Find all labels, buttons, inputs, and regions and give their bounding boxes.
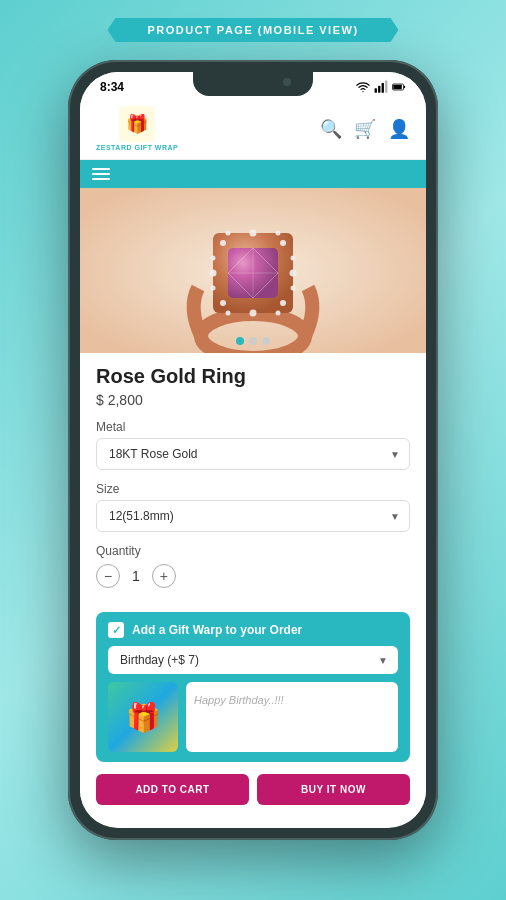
size-select[interactable]: 12(51.8mm) 13(53.0mm) 14(54.4mm)	[96, 500, 410, 532]
gift-wrap-checkbox[interactable]: ✓	[108, 622, 124, 638]
gift-message-placeholder: Happy Birthday..!!!	[194, 694, 284, 706]
app-content: 🎁 ZESTARD GIFT WRAP 🔍 🛒 👤	[80, 98, 426, 824]
quantity-control: − 1 +	[96, 564, 410, 588]
product-image	[80, 188, 426, 353]
ring-svg	[80, 188, 426, 353]
page-banner: PRODUCT PAGE (MOBILE VIEW)	[107, 18, 398, 42]
account-icon[interactable]: 👤	[388, 118, 410, 140]
svg-point-17	[280, 300, 286, 306]
svg-point-16	[220, 300, 226, 306]
svg-point-23	[276, 231, 281, 236]
gift-wrap-header: ✓ Add a Gift Warp to your Order	[108, 622, 398, 638]
svg-point-15	[280, 240, 286, 246]
product-title: Rose Gold Ring	[96, 365, 410, 388]
carousel-dot-1[interactable]	[236, 337, 244, 345]
svg-rect-3	[382, 83, 384, 93]
product-info: Rose Gold Ring $ 2,800 Metal 18KT Rose G…	[80, 353, 426, 600]
metal-label: Metal	[96, 420, 410, 434]
quantity-decrease-button[interactable]: −	[96, 564, 120, 588]
app-header: 🎁 ZESTARD GIFT WRAP 🔍 🛒 👤	[80, 98, 426, 160]
svg-point-11	[290, 270, 297, 277]
header-icons: 🔍 🛒 👤	[320, 118, 410, 140]
checkbox-check-icon: ✓	[112, 624, 121, 637]
phone-screen: 8:34	[80, 72, 426, 828]
status-time: 8:34	[100, 80, 124, 94]
battery-icon	[392, 80, 406, 94]
hamburger-menu[interactable]	[92, 168, 414, 180]
quantity-value: 1	[132, 568, 140, 584]
gift-option-select-wrap: Birthday (+$ 7) Anniversary (+$ 7) Weddi…	[108, 646, 398, 674]
svg-point-13	[250, 310, 257, 317]
svg-point-18	[211, 256, 216, 261]
buy-now-button[interactable]: BUY IT NOW	[257, 774, 410, 805]
metal-select[interactable]: 18KT Rose Gold 18KT White Gold 18KT Yell…	[96, 438, 410, 470]
logo-text: ZESTARD GIFT WRAP	[96, 144, 178, 151]
size-label: Size	[96, 482, 410, 496]
svg-point-10	[210, 270, 217, 277]
product-price: $ 2,800	[96, 392, 410, 408]
gift-image: 🎁	[108, 682, 178, 752]
hamburger-line-3	[92, 178, 110, 180]
gift-content-row: 🎁 Happy Birthday..!!!	[108, 682, 398, 752]
svg-point-22	[226, 231, 231, 236]
gift-box-visual: 🎁	[108, 682, 178, 752]
carousel-dot-3[interactable]	[262, 337, 270, 345]
action-buttons: ADD TO CART BUY IT NOW	[96, 774, 410, 805]
hamburger-line-1	[92, 168, 110, 170]
svg-point-12	[250, 230, 257, 237]
cart-icon[interactable]: 🛒	[354, 118, 376, 140]
search-icon[interactable]: 🔍	[320, 118, 342, 140]
image-carousel-dots	[236, 337, 270, 345]
front-camera	[283, 78, 291, 86]
status-icons	[356, 80, 406, 94]
svg-point-25	[276, 311, 281, 316]
product-image-container	[80, 188, 426, 353]
add-to-cart-button[interactable]: ADD TO CART	[96, 774, 249, 805]
nav-bar	[80, 160, 426, 188]
hamburger-line-2	[92, 173, 110, 175]
svg-rect-6	[393, 85, 402, 90]
gift-message-area[interactable]: Happy Birthday..!!!	[186, 682, 398, 752]
metal-select-wrap: 18KT Rose Gold 18KT White Gold 18KT Yell…	[96, 438, 410, 470]
svg-rect-4	[385, 81, 387, 93]
phone-frame: 8:34	[68, 60, 438, 840]
phone-notch	[193, 72, 313, 96]
signal-icon	[374, 80, 388, 94]
quantity-label: Quantity	[96, 544, 410, 558]
svg-point-14	[220, 240, 226, 246]
gift-wrap-section: ✓ Add a Gift Warp to your Order Birthday…	[96, 612, 410, 762]
gift-option-select[interactable]: Birthday (+$ 7) Anniversary (+$ 7) Weddi…	[108, 646, 398, 674]
svg-point-24	[226, 311, 231, 316]
size-select-wrap: 12(51.8mm) 13(53.0mm) 14(54.4mm) ▼	[96, 500, 410, 532]
svg-rect-2	[378, 86, 380, 93]
logo-icon: 🎁	[119, 106, 155, 142]
svg-point-21	[291, 286, 296, 291]
svg-point-20	[211, 286, 216, 291]
svg-point-0	[362, 91, 363, 92]
wifi-icon	[356, 80, 370, 94]
svg-point-19	[291, 256, 296, 261]
quantity-increase-button[interactable]: +	[152, 564, 176, 588]
svg-rect-1	[375, 88, 377, 93]
logo-area: 🎁 ZESTARD GIFT WRAP	[96, 106, 178, 151]
gift-wrap-title: Add a Gift Warp to your Order	[132, 623, 302, 637]
carousel-dot-2[interactable]	[249, 337, 257, 345]
